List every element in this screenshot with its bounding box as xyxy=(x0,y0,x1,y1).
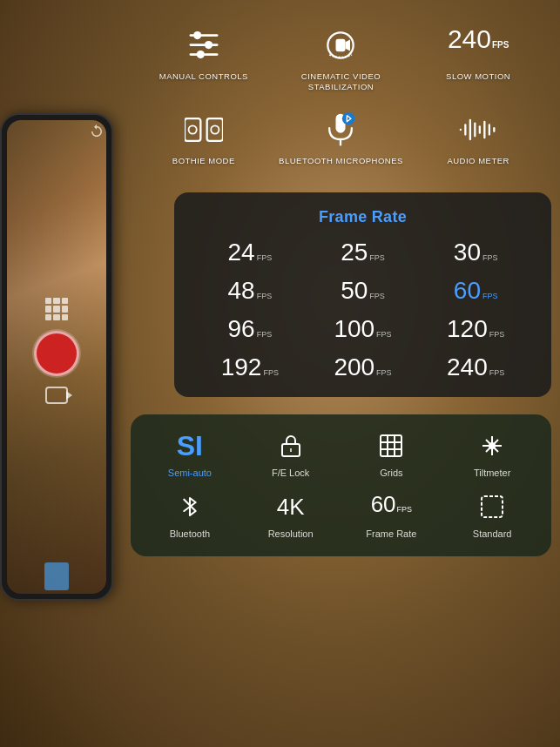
fps-24[interactable]: 24FPS xyxy=(193,239,307,266)
control-frame-rate[interactable]: 60FPS Frame Rate xyxy=(341,491,442,540)
grid-toggle[interactable] xyxy=(45,298,68,320)
control-semi-auto[interactable]: SI Semi-auto xyxy=(139,430,240,479)
bothie-label: BOTHIE MODE xyxy=(172,156,235,166)
mic-bluetooth-icon xyxy=(321,111,360,149)
fps-240-value: 240 xyxy=(447,353,488,381)
audio-meter-label: AUDIO METER xyxy=(447,156,509,166)
sliders-icon xyxy=(185,26,223,64)
control-grids[interactable]: Grids xyxy=(341,430,442,479)
fps-48[interactable]: 48FPS xyxy=(193,277,307,305)
resolution-label: Resolution xyxy=(268,528,314,540)
fe-lock-label: F/E Lock xyxy=(272,467,309,479)
fps-48-value: 48 xyxy=(227,277,254,305)
video-mode-icon xyxy=(45,387,68,404)
main-content: MANUAL CONTROLS CINEMATIC VIDEO STABILIZ… xyxy=(131,26,551,556)
fps-200[interactable]: 200FPS xyxy=(307,353,420,381)
fps-100-value: 100 xyxy=(334,315,374,343)
feature-slow-motion[interactable]: 240FPS SLOW MOTION xyxy=(414,26,543,93)
svg-point-34 xyxy=(489,443,495,448)
svg-point-14 xyxy=(342,112,355,125)
fps-100[interactable]: 100FPS xyxy=(307,315,420,343)
fps-60[interactable]: 60FPS xyxy=(419,277,532,305)
fps-30-value: 30 xyxy=(454,239,481,266)
fe-lock-icon xyxy=(275,430,307,461)
control-resolution[interactable]: 4K Resolution xyxy=(240,491,341,540)
bluetooth-icon xyxy=(174,491,206,522)
control-bluetooth[interactable]: Bluetooth xyxy=(139,491,240,540)
feature-manual-controls[interactable]: MANUAL CONTROLS xyxy=(139,26,268,93)
standard-icon xyxy=(476,491,508,522)
frame-rate-label: Frame Rate xyxy=(366,528,416,540)
grids-icon xyxy=(375,430,407,461)
fps-192-value: 192 xyxy=(221,353,262,381)
frame-rate-value: 60 xyxy=(371,491,396,518)
feature-bothie[interactable]: BOTHIE MODE xyxy=(139,111,268,166)
features-grid: MANUAL CONTROLS CINEMATIC VIDEO STABILIZ… xyxy=(131,26,551,166)
bluetooth-label: Bluetooth xyxy=(170,528,210,540)
fps-120-value: 120 xyxy=(447,315,488,343)
svg-rect-10 xyxy=(206,118,222,141)
svg-point-5 xyxy=(197,50,205,58)
fps-25[interactable]: 25FPS xyxy=(307,239,420,266)
svg-rect-8 xyxy=(185,118,200,141)
svg-point-1 xyxy=(193,31,201,39)
feature-audio-meter[interactable]: AUDIO METER xyxy=(414,111,543,166)
fps-25-value: 25 xyxy=(341,239,368,266)
manual-controls-label: MANUAL CONTROLS xyxy=(159,71,248,82)
fps-grid: 24FPS 25FPS 30FPS 48FPS 50FPS 60FPS 96FP… xyxy=(193,239,532,381)
si-text: SI xyxy=(177,432,203,460)
feature-bluetooth-mic[interactable]: BLUETOOTH MICROPHONES xyxy=(277,111,406,166)
fps-50-value: 50 xyxy=(341,277,368,305)
fps-200-value: 200 xyxy=(334,353,374,381)
svg-rect-7 xyxy=(336,39,346,52)
controls-row-2: Bluetooth 4K Resolution 60FPS Frame Rate xyxy=(139,491,543,540)
fps-96[interactable]: 96FPS xyxy=(193,315,307,343)
si-icon: SI xyxy=(174,430,206,461)
fps-display-icon: 240FPS xyxy=(459,26,497,64)
frame-rate-panel: Frame Rate 24FPS 25FPS 30FPS 48FPS 50FPS… xyxy=(174,192,551,397)
fps-96-value: 96 xyxy=(227,315,254,343)
sd-card-icon xyxy=(44,562,69,590)
shutter-button[interactable] xyxy=(34,331,79,376)
fps-60-value: 60 xyxy=(454,277,481,305)
fps-24-value: 24 xyxy=(227,239,254,266)
control-standard[interactable]: Standard xyxy=(442,491,543,540)
feature-cinematic[interactable]: CINEMATIC VIDEO STABILIZATION xyxy=(277,26,406,93)
resolution-value: 4K xyxy=(277,494,305,521)
camera-stable-icon xyxy=(321,26,360,64)
control-tiltmeter[interactable]: Tiltmeter xyxy=(442,430,543,479)
slow-motion-label: SLOW MOTION xyxy=(446,71,510,82)
svg-point-3 xyxy=(205,41,213,49)
phone-device xyxy=(0,113,126,618)
bluetooth-mic-label: BLUETOOTH MICROPHONES xyxy=(279,156,403,166)
grids-label: Grids xyxy=(380,467,402,479)
standard-label: Standard xyxy=(473,528,512,540)
svg-point-11 xyxy=(211,125,219,133)
svg-rect-25 xyxy=(381,435,401,456)
refresh-icon xyxy=(89,124,105,139)
svg-rect-2 xyxy=(189,44,218,46)
fps-192[interactable]: 192FPS xyxy=(193,353,307,381)
waveform-icon xyxy=(459,111,497,149)
fps-50[interactable]: 50FPS xyxy=(307,277,420,305)
semi-auto-label: Semi-auto xyxy=(168,467,212,479)
controls-row-1: SI Semi-auto F/E Lock xyxy=(139,430,543,479)
control-fe-lock[interactable]: F/E Lock xyxy=(240,430,341,479)
tiltmeter-label: Tiltmeter xyxy=(474,467,510,479)
controls-panel: SI Semi-auto F/E Lock xyxy=(131,414,551,556)
resolution-value-display: 4K xyxy=(275,491,307,522)
fps-30[interactable]: 30FPS xyxy=(419,239,532,266)
svg-point-9 xyxy=(188,125,196,133)
svg-rect-35 xyxy=(482,496,503,517)
fps-240[interactable]: 240FPS xyxy=(419,353,532,381)
frame-rate-value-display: 60FPS xyxy=(375,491,407,522)
fps-120[interactable]: 120FPS xyxy=(419,315,532,343)
dual-camera-icon xyxy=(185,111,223,149)
tiltmeter-icon xyxy=(476,430,508,461)
cinematic-label: CINEMATIC VIDEO STABILIZATION xyxy=(277,71,406,93)
frame-rate-title: Frame Rate xyxy=(193,208,532,226)
